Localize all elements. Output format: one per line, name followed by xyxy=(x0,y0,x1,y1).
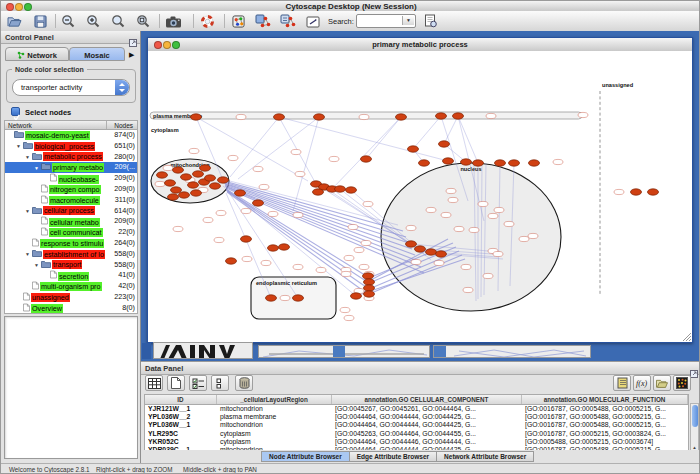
tree-header-separator[interactable] xyxy=(106,121,107,129)
select-nodes-checkbox[interactable] xyxy=(11,107,20,116)
tree-row-label: mosaic-demo-yeast xyxy=(25,131,90,140)
search-dropdown-arrow[interactable]: ▼ xyxy=(402,16,414,25)
import-network-icon[interactable] xyxy=(254,13,272,29)
data-panel-toolbar: f(x) xyxy=(141,374,700,394)
save-session-icon[interactable] xyxy=(31,13,49,29)
tree-row[interactable]: cellular metabo209(0) xyxy=(5,216,137,227)
tree-row-label: response to stimulu xyxy=(40,239,104,248)
tree-expander-icon[interactable]: ▼ xyxy=(25,152,32,163)
scrollbar-thumb[interactable] xyxy=(692,405,698,427)
background-window[interactable] xyxy=(142,343,151,359)
table-row[interactable]: YKR052Ccytoplasm[GO:0044464, GO:0044446,… xyxy=(145,438,688,446)
tree-row-count: 22(0) xyxy=(118,227,135,238)
tree-expander-icon[interactable]: ▼ xyxy=(34,260,41,271)
function-builder-icon[interactable]: f(x) xyxy=(633,375,651,391)
tab-node-attribute-browser[interactable]: Node Attribute Browser xyxy=(261,451,350,462)
tree-expander-icon[interactable]: ▼ xyxy=(25,249,32,260)
tree-row[interactable]: multi-organism pro42(0) xyxy=(5,281,137,292)
zoom-fit-icon[interactable] xyxy=(134,13,152,29)
tree-row[interactable]: response to stimulu264(0) xyxy=(5,238,137,249)
tree-row[interactable]: ▼metabolic process280(0) xyxy=(5,152,137,163)
attribute-table-body: YJR121W__1mitochondrion[GO:0045267, GO:0… xyxy=(145,405,688,454)
unselect-attributes-icon[interactable] xyxy=(211,375,229,391)
tree-expander-icon[interactable]: ▼ xyxy=(16,141,23,152)
status-hint-pan: Middle-click + drag to PAN xyxy=(183,466,257,473)
frame-resize-grip[interactable] xyxy=(683,333,691,341)
tab-edge-attribute-browser[interactable]: Edge Attribute Browser xyxy=(350,451,437,462)
tree-expander-icon[interactable]: ▼ xyxy=(34,163,41,174)
enhanced-search-icon[interactable] xyxy=(421,13,439,29)
import-table-icon[interactable] xyxy=(279,13,297,29)
tree-row-count: 209(0) xyxy=(114,184,135,195)
tab-network-attribute-browser[interactable]: Network Attribute Browser xyxy=(437,451,534,462)
cytoscape-window: Cytoscape Desktop (New Session) xyxy=(0,0,700,474)
network-view-title: primary metabolic process xyxy=(148,40,692,49)
snapshot-icon[interactable] xyxy=(164,13,182,29)
float-panel-icon[interactable] xyxy=(129,33,137,51)
background-window[interactable] xyxy=(153,342,253,359)
select-attributes-icon[interactable] xyxy=(189,375,207,391)
table-row[interactable]: YPL036W__2plasma membrane[GO:0044464, GO… xyxy=(145,413,688,421)
column-header[interactable]: annotation.GO MOLECULAR_FUNCTION xyxy=(522,395,688,404)
zoom-in-icon[interactable] xyxy=(84,13,102,29)
table-cell: YPL036W__1 xyxy=(145,421,217,429)
column-header[interactable]: ID xyxy=(145,395,217,404)
network-view-frame[interactable]: primary metabolic process plasma membran… xyxy=(147,37,693,343)
vizmapper-icon[interactable] xyxy=(229,13,247,29)
combo-stepper[interactable] xyxy=(115,80,129,95)
tree-row[interactable]: nucleobase-209(0) xyxy=(5,173,137,184)
search-input[interactable]: ▼ xyxy=(356,14,416,28)
tree-row[interactable]: mosaic-demo-yeast874(0) xyxy=(5,130,137,141)
tree-row[interactable]: macromolecule311(0) xyxy=(5,195,137,206)
tab-network[interactable]: Network xyxy=(5,47,69,61)
tree-row-label: multi-organism pro xyxy=(40,282,102,291)
tree-row-count: 42(0) xyxy=(118,281,135,292)
zoom-selected-icon[interactable] xyxy=(109,13,127,29)
tab-overflow-arrow[interactable]: ▶ xyxy=(129,51,134,59)
tree-expander-icon[interactable]: ▼ xyxy=(25,206,32,217)
network-tree: mosaic-demo-yeast874(0)▼biological_proce… xyxy=(4,130,138,314)
open-session-icon[interactable] xyxy=(5,13,23,29)
node-color-select[interactable]: transporter activity xyxy=(12,79,130,96)
new-attribute-icon[interactable] xyxy=(167,375,185,391)
tree-row[interactable]: ▼primary metabo209(... xyxy=(5,162,137,173)
delete-attribute-icon[interactable] xyxy=(235,375,253,391)
tree-row[interactable]: ▼biological_process651(0) xyxy=(5,141,137,152)
select-nodes-label: Select nodes xyxy=(25,108,71,117)
tree-row[interactable]: Overview8(0) xyxy=(5,303,137,314)
column-header[interactable]: annotation.GO CELLULAR_COMPONENT xyxy=(332,395,522,404)
tree-row[interactable]: secretion41(0) xyxy=(5,270,137,281)
network-canvas[interactable]: plasma membranecytoplasmmitochondrionnuc… xyxy=(148,51,692,342)
table-row[interactable]: YJR121W__1mitochondrion[GO:0045267, GO:0… xyxy=(145,405,688,413)
import-attributes-icon[interactable] xyxy=(653,375,671,391)
tree-row[interactable]: unassigned223(0) xyxy=(5,292,137,303)
birds-eye-view[interactable] xyxy=(4,316,138,459)
tab-mosaic[interactable]: Mosaic xyxy=(69,47,125,61)
tree-row-label: Overview xyxy=(31,304,63,313)
tree-row[interactable]: cell communicat22(0) xyxy=(5,227,137,238)
tree-row[interactable]: ▼transport558(0) xyxy=(5,260,137,271)
table-row[interactable]: YPL036W__1mitochondrion[GO:0044464, GO:0… xyxy=(145,421,688,429)
zoom-out-icon[interactable] xyxy=(59,13,77,29)
background-window[interactable] xyxy=(433,345,591,358)
tree-row-count: 874(0) xyxy=(114,130,135,141)
tree-row[interactable]: nitrogen compo209(0) xyxy=(5,184,137,195)
search-label: Search: xyxy=(328,17,354,26)
tree-row-label: macromolecule xyxy=(49,196,100,205)
help-icon[interactable] xyxy=(198,13,216,29)
data-panel-title: Data Panel xyxy=(145,364,183,373)
background-window[interactable] xyxy=(258,345,430,358)
matrix-icon[interactable] xyxy=(673,375,691,391)
attribute-list-icon[interactable] xyxy=(613,375,631,391)
network-frame-titlebar[interactable]: primary metabolic process xyxy=(148,38,692,52)
table-cell: [GO:0044464, GO:0044444, GO:0044425, G..… xyxy=(332,413,522,421)
tree-row[interactable]: ▼establishment of lo558(0) xyxy=(5,249,137,260)
tree-row-count: 264(0) xyxy=(114,238,135,249)
attribute-table-icon[interactable] xyxy=(145,375,163,391)
table-row[interactable]: YLR295Ccytoplasm[GO:0045263, GO:0044464,… xyxy=(145,430,688,438)
column-header[interactable]: _cellularLayoutRegion xyxy=(217,395,332,404)
tree-row[interactable]: ▼cellular process614(0) xyxy=(5,206,137,217)
status-bar: Welcome to Cytoscape 2.8.1 Right-click +… xyxy=(1,463,700,474)
table-cell: YKR052C xyxy=(145,438,217,446)
annotation-icon[interactable] xyxy=(304,13,322,29)
